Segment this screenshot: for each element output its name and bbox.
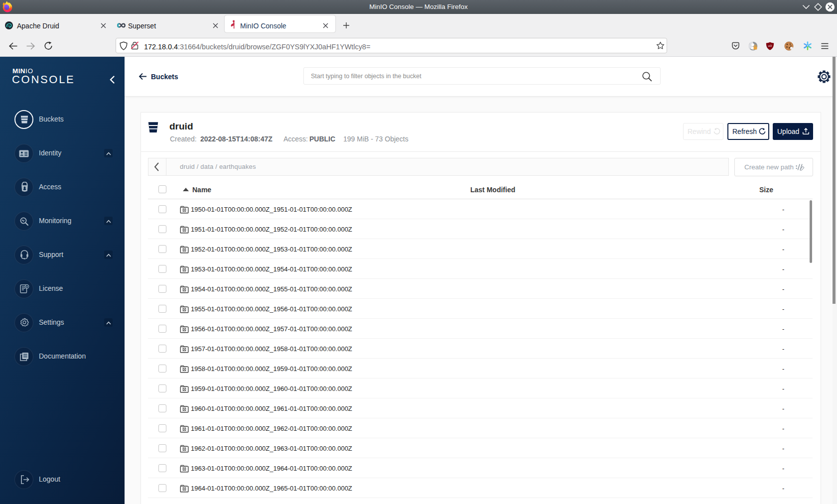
svg-text:uO: uO [768, 44, 772, 47]
